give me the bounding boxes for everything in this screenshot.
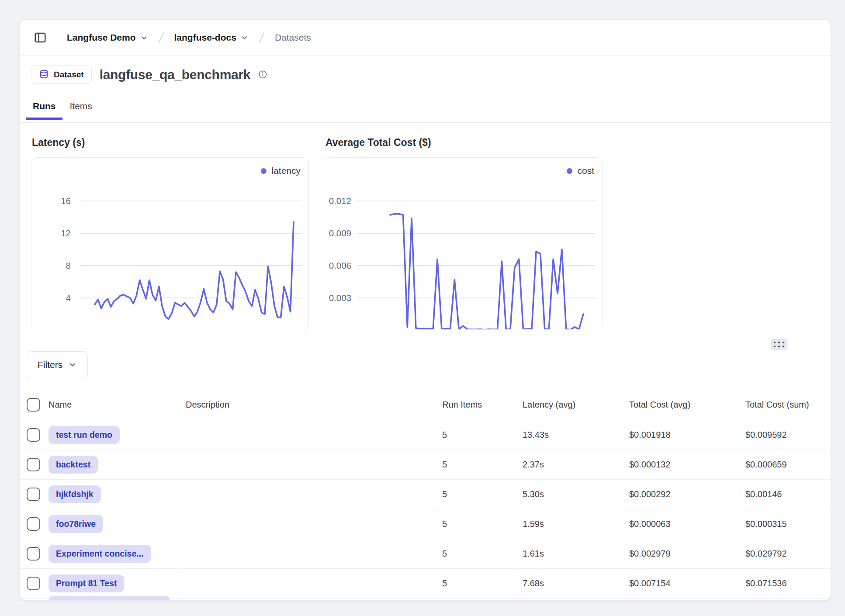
latency-avg-value: 1.59s [523, 519, 629, 529]
svg-text:0.006: 0.006 [329, 260, 351, 270]
run-name-badge[interactable]: foo78riwe [48, 515, 103, 533]
chevron-down-icon [140, 34, 148, 42]
run-name-badge[interactable]: Prompt 81 Test [48, 574, 124, 592]
partial-next-row-badge [48, 596, 170, 601]
run-items-value: 5 [442, 519, 523, 529]
resize-grip-handle[interactable] [771, 339, 787, 350]
column-divider-line [177, 389, 177, 600]
latency-chart-block: Latency (s) 481216 latency [31, 137, 309, 330]
row-checkbox[interactable] [27, 547, 40, 561]
row-checkbox-cell [20, 577, 46, 590]
table-row[interactable]: Experiment concise...51.61s$0.002979$0.0… [20, 539, 831, 569]
latency-legend-label: latency [271, 166, 301, 176]
table-row[interactable]: test run demo513.43s$0.001918$0.009592 [20, 420, 831, 450]
legend-dot-icon [567, 168, 572, 174]
run-name-badge[interactable]: Experiment concise... [48, 545, 151, 563]
legend-dot-icon [261, 168, 267, 174]
total-cost-avg-value: $0.000132 [629, 460, 745, 470]
total-cost-sum-value: $0.009592 [745, 430, 831, 440]
info-icon[interactable] [258, 70, 267, 79]
run-name-cell: Prompt 81 Test [46, 574, 177, 592]
latency-chart-svg: 481216 [31, 158, 308, 329]
run-name-cell: Experiment concise... [46, 545, 177, 563]
filters-button[interactable]: Filters [27, 351, 88, 378]
cost-chart[interactable]: 0.0030.0060.0090.012 cost [325, 157, 603, 330]
svg-text:16: 16 [61, 196, 71, 206]
column-header-run-items: Run Items [442, 400, 523, 410]
breadcrumb-project-label: Langfuse Demo [67, 32, 136, 43]
run-name-badge[interactable]: hjkfdshjk [48, 485, 101, 503]
breadcrumb-separator [157, 31, 166, 44]
table-row[interactable]: hjkfdshjk55.30s$0.000292$0.00146 [20, 480, 831, 509]
table-row[interactable]: foo78riwe51.59s$0.000063$0.000315 [20, 509, 831, 539]
total-cost-sum-value: $0.00146 [745, 489, 831, 499]
run-items-value: 5 [442, 430, 523, 440]
row-checkbox-cell [20, 488, 46, 501]
latency-avg-value: 1.61s [523, 549, 629, 559]
cost-legend-label: cost [577, 166, 594, 176]
total-cost-avg-value: $0.000063 [629, 519, 745, 529]
run-items-value: 5 [442, 489, 523, 499]
sidebar-toggle-button[interactable] [31, 28, 49, 47]
run-name-badge[interactable]: backtest [48, 456, 98, 474]
database-icon [39, 69, 49, 80]
run-name-cell: foo78riwe [46, 515, 177, 533]
top-bar: Langfuse Demo langfuse-docs Datasets [20, 20, 831, 56]
run-name-badge[interactable]: test run demo [48, 426, 120, 444]
latency-legend: latency [261, 166, 301, 176]
latency-chart[interactable]: 481216 latency [31, 157, 309, 330]
run-items-value: 5 [442, 578, 523, 588]
total-cost-sum-value: $0.000659 [745, 460, 831, 470]
run-name-cell: hjkfdshjk [46, 485, 177, 503]
svg-text:0.012: 0.012 [329, 196, 351, 206]
row-checkbox-cell [20, 428, 46, 442]
latency-avg-value: 13.43s [523, 430, 629, 440]
breadcrumb-resource-dropdown[interactable]: langfuse-docs [174, 32, 249, 43]
column-header-total-cost-sum: Total Cost (sum) [745, 400, 831, 410]
total-cost-sum-value: $0.029792 [745, 549, 831, 559]
total-cost-avg-value: $0.001918 [629, 430, 745, 440]
tab-runs[interactable]: Runs [26, 97, 63, 119]
row-checkbox-cell [20, 458, 46, 471]
page: { "breadcrumb": { "project": "Langfuse D… [0, 0, 845, 616]
column-header-name: Name [46, 400, 177, 410]
table-row[interactable]: backtest52.37s$0.000132$0.000659 [20, 450, 831, 480]
row-checkbox[interactable] [27, 428, 40, 442]
total-cost-avg-value: $0.002979 [629, 549, 745, 559]
title-row: Dataset langfuse_qa_benchmark [31, 65, 267, 84]
breadcrumb-project-dropdown[interactable]: Langfuse Demo [67, 32, 148, 43]
latency-avg-value: 7.68s [523, 578, 629, 588]
svg-text:0.003: 0.003 [329, 293, 351, 303]
svg-text:4: 4 [66, 293, 71, 303]
panel-left-icon [34, 31, 47, 44]
latency-avg-value: 5.30s [523, 489, 629, 499]
row-checkbox-cell [20, 517, 46, 531]
breadcrumb-resource-label: langfuse-docs [174, 32, 236, 43]
main-panel: Langfuse Demo langfuse-docs Datasets [19, 19, 831, 601]
chevron-down-icon [68, 360, 77, 369]
svg-text:0.009: 0.009 [329, 228, 351, 238]
runs-table: Name Description Run Items Latency (avg)… [20, 389, 831, 599]
table-row[interactable]: Prompt 81 Test57.68s$0.007154$0.071536 [20, 569, 831, 599]
cost-chart-title: Average Total Cost ($) [326, 137, 603, 149]
select-all-checkbox[interactable] [27, 398, 40, 412]
breadcrumb-current-page[interactable]: Datasets [275, 32, 311, 43]
section-divider [20, 344, 831, 344]
row-checkbox[interactable] [27, 488, 40, 501]
svg-text:8: 8 [66, 260, 71, 270]
run-items-value: 5 [442, 549, 523, 559]
tab-items[interactable]: Items [63, 97, 99, 119]
latency-avg-value: 2.37s [523, 460, 629, 470]
row-checkbox[interactable] [27, 458, 40, 471]
table-header-row: Name Description Run Items Latency (avg)… [20, 389, 831, 420]
row-checkbox[interactable] [27, 517, 40, 531]
run-items-value: 5 [442, 460, 523, 470]
latency-chart-title: Latency (s) [32, 137, 309, 149]
row-checkbox[interactable] [27, 577, 40, 590]
chevron-down-icon [240, 34, 249, 42]
run-name-cell: test run demo [46, 426, 177, 444]
cost-chart-block: Average Total Cost ($) 0.0030.0060.0090.… [325, 137, 603, 330]
column-header-latency-avg: Latency (avg) [523, 400, 629, 410]
cost-chart-svg: 0.0030.0060.0090.012 [325, 158, 602, 329]
page-title: langfuse_qa_benchmark [100, 67, 251, 82]
